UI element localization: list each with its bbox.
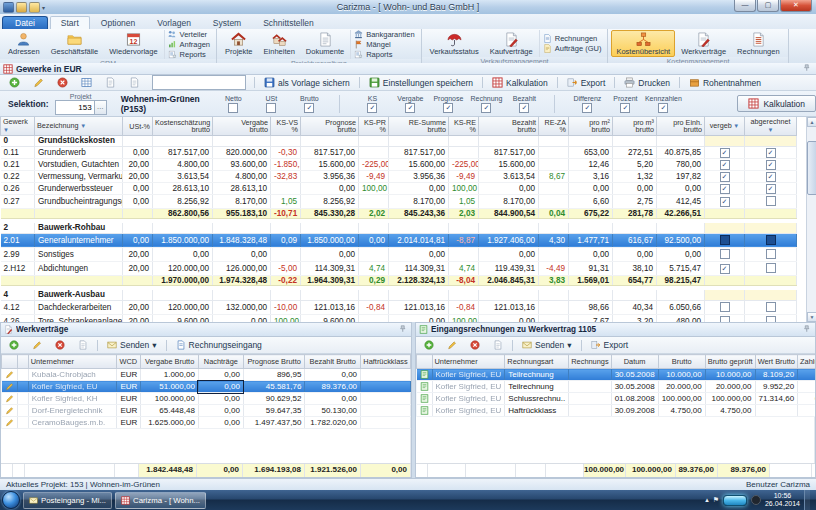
toggle-kennzahlen[interactable]: Kennzahlen: [645, 95, 681, 113]
toolbar-button-als-vorlage-sichern[interactable]: als Vorlage sichern: [259, 75, 355, 90]
ribbon-button-geschäftsfälle[interactable]: Geschäftsfälle: [46, 30, 104, 59]
scroll-up-icon[interactable]: ▲: [807, 117, 816, 127]
toggle-rechnung[interactable]: Rechnung: [468, 95, 504, 113]
grid-row[interactable]: 0.27Grundbucheintragungsgeb..0,008.256,9…: [1, 194, 797, 208]
grid-row[interactable]: 4.12Dachdeckerarbeiten20,00120.000,00132…: [1, 300, 797, 314]
copy-button[interactable]: [100, 75, 121, 90]
grid-column-header[interactable]: vergeb ▼: [705, 117, 745, 136]
filter-icon[interactable]: ▼: [732, 123, 740, 129]
grid-view-button[interactable]: [76, 75, 97, 90]
panel-row[interactable]: Dorf-EnergietechnikEUR65.448,480,0059.64…: [2, 405, 411, 417]
ribbon-small-button-anfragen[interactable]: Anfragen: [168, 40, 210, 49]
panel-row[interactable]: CeramoBauges.m.b.EUR1.625.000,000,001.49…: [2, 417, 411, 429]
panel-column-header[interactable]: Unternehmer: [432, 355, 505, 369]
senden-button[interactable]: Senden▾: [102, 338, 162, 352]
tray-expand-icon[interactable]: ▴: [705, 496, 709, 504]
toggle-checkbox[interactable]: [405, 103, 415, 113]
panel-row[interactable]: Kofler Sigfried, EUTeilrechnung30.05.200…: [417, 381, 816, 393]
toolbar-button-export[interactable]: Export: [562, 75, 611, 90]
ribbon-tab-start[interactable]: Start: [50, 16, 90, 29]
ribbon-small-button-bankgarantien[interactable]: Bankgarantien: [354, 30, 414, 39]
ribbon-tab-optionen[interactable]: Optionen: [90, 16, 147, 29]
vergeb-checkbox[interactable]: [720, 197, 730, 207]
edit-button[interactable]: [442, 338, 462, 352]
grid-column-header[interactable]: pro m³ brutto: [613, 117, 657, 136]
ribbon-button-rechnungen[interactable]: Rechnungen: [732, 30, 785, 57]
grid-row[interactable]: 0.21Vorstudien, Gutachten20,004.800,0093…: [1, 158, 797, 170]
close-button[interactable]: ✕: [780, 0, 812, 12]
grid-row[interactable]: 2.01Generalunternehmer0,001.850.000,001.…: [1, 233, 797, 247]
delete-row-button[interactable]: [52, 75, 73, 90]
ribbon-button-projekte[interactable]: Projekte: [220, 30, 258, 59]
grid-column-header[interactable]: USt-%: [123, 117, 153, 136]
grid-scrollbar[interactable]: ▲ ▼: [806, 117, 816, 322]
grid-column-header[interactable]: Bezeichnung ▼: [35, 117, 123, 136]
panel-column-header[interactable]: [2, 355, 18, 369]
panel-row[interactable]: Kofler Sigfried, EUHaftrückklass30.09.20…: [417, 405, 816, 417]
abgerechnet-checkbox[interactable]: [766, 184, 776, 194]
toolbar-button-einstellungen-speichern[interactable]: Einstellungen speichern: [364, 75, 478, 90]
grid-row[interactable]: 0.11Grunderwerb0,00817.517,00820.000,00-…: [1, 146, 797, 158]
extra-button[interactable]: Export: [586, 338, 634, 352]
toggle-prognose[interactable]: Prognose: [430, 95, 466, 113]
toggle-checkbox[interactable]: [443, 103, 453, 113]
ribbon-button-kaufverträge[interactable]: Kaufverträge: [485, 30, 538, 57]
toggle-checkbox[interactable]: [228, 103, 238, 113]
show-desktop-button[interactable]: [804, 490, 810, 510]
vergeb-checkbox[interactable]: [720, 160, 730, 170]
abgerechnet-checkbox[interactable]: [766, 148, 776, 158]
abgerechnet-checkbox[interactable]: [766, 235, 776, 245]
toggle-checkbox[interactable]: [620, 103, 630, 113]
senden-button[interactable]: Senden▾: [517, 338, 577, 352]
grid-column-header[interactable]: RE-ZA %: [539, 117, 569, 136]
filter-icon[interactable]: ▼: [3, 127, 9, 133]
grid-column-header[interactable]: Bezahlt brutto: [479, 117, 539, 136]
vergeb-checkbox[interactable]: [720, 249, 730, 259]
ribbon-button-wiedervorlage[interactable]: 12Wiedervorlage: [104, 30, 162, 59]
grid-column-header[interactable]: KS-RE %: [449, 117, 479, 136]
ribbon-tab-system[interactable]: System: [202, 16, 252, 29]
panel-row[interactable]: Kubala-ChrobjachEUR1.000,000,00896,950,0…: [2, 369, 411, 381]
panel-column-header[interactable]: Datum: [611, 355, 658, 369]
panel-column-header[interactable]: Bezahlt Brutto: [305, 355, 361, 369]
delete-button[interactable]: [50, 338, 70, 352]
grid-column-header[interactable]: Prognose brutto: [301, 117, 359, 136]
grid-column-header[interactable]: pro m² brutto: [569, 117, 613, 136]
toolbar-button-kalkulation[interactable]: Kalkulation: [487, 75, 553, 90]
filter-icon[interactable]: ▼: [768, 127, 774, 133]
grid-column-header[interactable]: abgerechnet ▼: [745, 117, 797, 136]
grid-column-header[interactable]: Kostenschätzung brutto: [153, 117, 213, 136]
vergeb-checkbox[interactable]: [720, 184, 730, 194]
panel-column-header[interactable]: Wert Brutto: [755, 355, 798, 369]
add-button[interactable]: [4, 338, 24, 352]
grid-row[interactable]: 0.26Grunderwerbssteuer0,0028.613,1028.61…: [1, 182, 797, 194]
vergeb-checkbox[interactable]: [720, 235, 730, 245]
taskbar-button-1[interactable]: Carizma - [ Wohn...: [115, 492, 206, 509]
grid-column-header[interactable]: Vergabe brutto: [213, 117, 271, 136]
panel-column-header[interactable]: Prognose Brutto: [243, 355, 304, 369]
grid-row[interactable]: 4.26Tore, Schrankenanlagen20,009.600,000…: [1, 314, 797, 322]
ribbon-small-button-raports[interactable]: Raports: [354, 50, 414, 59]
toggle-checkbox[interactable]: [519, 103, 529, 113]
toggle-vergabe[interactable]: Vergabe: [392, 95, 428, 113]
panel-column-header[interactable]: WCD: [117, 355, 141, 369]
projekt-lookup-button[interactable]: …: [95, 100, 107, 115]
projekt-input[interactable]: [55, 100, 95, 115]
ribbon-button-einheiten[interactable]: Einheiten: [259, 30, 300, 59]
abgerechnet-checkbox[interactable]: [766, 160, 776, 170]
abgerechnet-checkbox[interactable]: [766, 172, 776, 182]
panel-column-header[interactable]: Brutto: [658, 355, 705, 369]
ribbon-button-werkverträge[interactable]: Werkverträge: [676, 30, 731, 57]
grid-row[interactable]: 2.99Sonstiges20,000,000,000,000,000,000,…: [1, 247, 797, 261]
flag-icon[interactable]: ⚑: [713, 496, 719, 504]
grid-row[interactable]: 0.22Vermessung, Vermarkung20,003.613,544…: [1, 170, 797, 182]
panel-column-header[interactable]: [17, 355, 28, 369]
vergeb-checkbox[interactable]: [720, 148, 730, 158]
panel-column-header[interactable]: Rechnungs: [569, 355, 611, 369]
grid-column-header[interactable]: KS-PR %: [359, 117, 389, 136]
toggle-ust[interactable]: USt: [253, 95, 289, 113]
delete-button[interactable]: [465, 338, 485, 352]
abgerechnet-checkbox[interactable]: [766, 196, 776, 206]
panel-row[interactable]: Kofler Sigfried, EUTeilrechnung30.05.200…: [417, 369, 816, 381]
panel-column-header[interactable]: Brutto geprüft: [705, 355, 755, 369]
